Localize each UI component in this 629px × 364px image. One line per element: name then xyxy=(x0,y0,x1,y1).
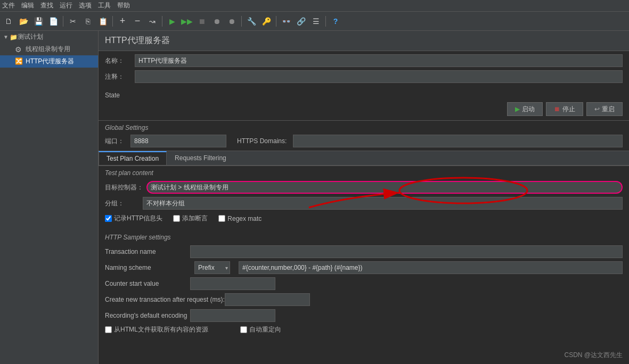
toolbar-remove-btn[interactable]: − xyxy=(131,15,144,28)
state-section: State ▶ 启动 ⏹ 停止 ↩ 重启 xyxy=(99,89,629,121)
toolbar-sep1 xyxy=(63,16,63,27)
toolbar-help-btn[interactable]: ? xyxy=(329,15,342,28)
html-resource-checkbox[interactable] xyxy=(105,326,112,333)
toolbar-open-btn[interactable]: 📂 xyxy=(17,15,30,28)
menu-help[interactable]: 帮助 xyxy=(117,1,130,10)
play-icon: ▶ xyxy=(515,105,520,113)
toolbar-run2-btn[interactable]: ▶▶ xyxy=(181,15,193,28)
checkboxes-row: 记录HTTP信息头 添加断言 Regex matc xyxy=(105,214,623,223)
auto-redirect-checkbox-item[interactable]: 自动重定向 xyxy=(240,325,281,334)
tab-requests-filtering[interactable]: Requests Filtering xyxy=(167,151,234,165)
add-assertion-checkbox-item[interactable]: 添加断言 xyxy=(173,214,208,223)
counter-input[interactable] xyxy=(190,277,275,290)
https-label: HTTPS Domains: xyxy=(237,137,287,145)
start-button[interactable]: ▶ 启动 xyxy=(507,102,543,116)
state-buttons: ▶ 启动 ⏹ 停止 ↩ 重启 xyxy=(105,102,623,116)
toolbar-list-btn[interactable]: ☰ xyxy=(309,15,322,28)
toolbar-paste-btn[interactable]: 📋 xyxy=(96,15,109,28)
record-http-checkbox-item[interactable]: 记录HTTP信息头 xyxy=(105,214,162,223)
toolbar-config-btn[interactable]: 🔑 xyxy=(260,15,273,28)
regex-match-checkbox[interactable] xyxy=(218,215,225,222)
menu-run[interactable]: 运行 xyxy=(60,1,72,10)
regex-match-label: Regex matc xyxy=(227,215,262,222)
toolbar-cut-btn[interactable]: ✂ xyxy=(67,15,79,28)
transaction-input[interactable] xyxy=(190,245,623,258)
content-area: HTTP代理服务器 名称： 注释： State ▶ 启动 ⏹ xyxy=(99,31,629,364)
naming-label: Naming scheme xyxy=(105,264,190,271)
toolbar-sep6 xyxy=(325,16,326,27)
menu-edit[interactable]: 编辑 xyxy=(21,1,34,10)
https-input[interactable] xyxy=(293,135,623,147)
tab-label-filtering: Requests Filtering xyxy=(175,154,226,162)
group-row: 分组： xyxy=(105,197,623,210)
toolbar-copy-btn[interactable]: ⎘ xyxy=(81,15,94,28)
toolbar-save-btn[interactable]: 💾 xyxy=(32,15,45,28)
sidebar-item-thread-group[interactable]: ⚙ 线程组录制专用 xyxy=(0,43,98,55)
comment-row: 注释： xyxy=(105,70,623,83)
port-label: 端口： xyxy=(105,137,124,146)
start-label: 启动 xyxy=(522,105,535,114)
toolbar-glasses2-btn[interactable]: 🔗 xyxy=(295,15,307,28)
transaction-label: Transaction name xyxy=(105,248,190,255)
name-row: 名称： xyxy=(105,54,623,67)
html-resource-label: 从HTML文件获取所有内容的资源 xyxy=(114,325,208,334)
add-assertion-checkbox[interactable] xyxy=(173,215,180,222)
tab-test-plan-creation[interactable]: Test Plan Creation xyxy=(99,151,167,165)
sidebar-item-http-proxy[interactable]: 🔀 HTTP代理服务器 xyxy=(0,55,98,68)
name-label: 名称： xyxy=(105,56,132,65)
toolbar-save2-btn[interactable]: 📄 xyxy=(47,15,60,28)
naming-select-wrapper: Prefix Suffix Format xyxy=(194,261,230,274)
menu-tools[interactable]: 工具 xyxy=(98,1,111,10)
name-input[interactable] xyxy=(135,54,623,67)
new-transaction-input[interactable] xyxy=(225,293,310,306)
toolbar-sep3 xyxy=(162,16,162,27)
encoding-input[interactable] xyxy=(190,309,275,322)
naming-pattern-input[interactable] xyxy=(239,261,623,274)
toolbar-glasses-btn[interactable]: 👓 xyxy=(280,15,292,28)
comment-label: 注释： xyxy=(105,72,132,81)
html-resource-checkbox-item[interactable]: 从HTML文件获取所有内容的资源 xyxy=(105,325,208,334)
menu-search[interactable]: 查找 xyxy=(40,1,53,10)
toolbar-toggle-btn[interactable]: ↝ xyxy=(146,15,159,28)
toolbar-sep2 xyxy=(112,16,113,27)
toolbar-add-btn[interactable]: + xyxy=(116,15,129,28)
plan-content-title: Test plan content xyxy=(105,169,623,177)
stop-button[interactable]: ⏹ 停止 xyxy=(546,102,583,116)
target-controller-input[interactable] xyxy=(146,181,623,194)
record-http-checkbox[interactable] xyxy=(105,215,112,222)
naming-select[interactable]: Prefix Suffix Format xyxy=(194,261,230,274)
toolbar-template-btn[interactable]: 🔧 xyxy=(245,15,258,28)
toolbar-sep4 xyxy=(241,16,242,27)
toolbar-new-btn[interactable]: 🗋 xyxy=(2,15,15,28)
regex-match-checkbox-item[interactable]: Regex matc xyxy=(218,215,262,222)
name-section: 名称： 注释： xyxy=(99,51,629,89)
sidebar-group-testplan[interactable]: ▼ 📁 测试计划 xyxy=(0,31,98,43)
restart-button[interactable]: ↩ 重启 xyxy=(586,102,623,116)
counter-label: Counter start value xyxy=(105,280,190,287)
group-label: 分组： xyxy=(105,199,140,208)
group-input[interactable] xyxy=(143,197,623,210)
watermark: CSDN @达文西先生 xyxy=(564,351,623,360)
tree-toggle: ▼ xyxy=(3,34,9,40)
sidebar-item-label-testplan: 测试计划 xyxy=(18,32,43,42)
toolbar-circle-btn[interactable]: ⏺ xyxy=(210,15,223,28)
restart-label: 重启 xyxy=(602,105,615,114)
toolbar-stop-btn[interactable]: ⏹ xyxy=(195,15,208,28)
encoding-row: Recording's default encoding xyxy=(105,309,623,322)
comment-input[interactable] xyxy=(135,70,623,83)
global-settings-row: 端口： HTTPS Domains: xyxy=(105,135,623,147)
menu-file[interactable]: 文件 xyxy=(2,1,15,10)
global-settings: Global Settings 端口： HTTPS Domains: xyxy=(99,121,629,151)
toolbar-circle2-btn[interactable]: ⏺ xyxy=(225,15,238,28)
new-transaction-label: Create new transaction after request (ms… xyxy=(105,296,225,303)
main-layout: ▼ 📁 测试计划 ⚙ 线程组录制专用 🔀 HTTP代理服务器 HTTP代理服务器… xyxy=(0,31,629,364)
global-settings-title: Global Settings xyxy=(105,124,623,131)
test-plan-content: Test plan content 目标控制器： 分组： 记录HTTP信息头 xyxy=(99,166,629,230)
port-input[interactable] xyxy=(130,135,226,147)
auto-redirect-checkbox[interactable] xyxy=(240,326,247,333)
tab-label-creation: Test Plan Creation xyxy=(107,155,159,162)
sidebar-item-label-proxy: HTTP代理服务器 xyxy=(26,57,74,66)
toolbar-run-btn[interactable]: ▶ xyxy=(166,15,178,28)
new-transaction-row: Create new transaction after request (ms… xyxy=(105,293,623,306)
menu-options[interactable]: 选项 xyxy=(79,1,92,10)
